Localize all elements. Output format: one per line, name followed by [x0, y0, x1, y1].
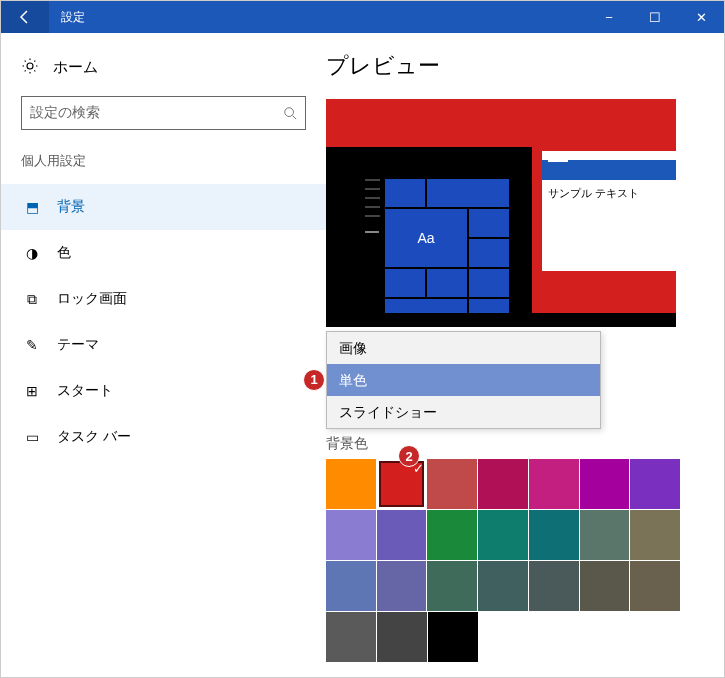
color-swatch[interactable] — [580, 459, 630, 509]
sidebar-item-label: 背景 — [57, 198, 85, 216]
sidebar-item-label: タスク バー — [57, 428, 131, 446]
color-swatch[interactable] — [580, 510, 630, 560]
gear-icon — [21, 57, 39, 78]
sidebar-item-5[interactable]: ▭タスク バー — [1, 414, 326, 460]
category-label: 個人用設定 — [21, 152, 306, 170]
background-color-label: 背景色 — [326, 435, 699, 453]
arrow-left-icon — [17, 9, 33, 25]
preview-heading: プレビュー — [326, 51, 699, 81]
desktop-preview: Aa サンプル テキスト — [326, 99, 676, 327]
minimize-button[interactable]: − — [586, 1, 632, 33]
svg-point-0 — [285, 108, 294, 117]
search-input[interactable]: 設定の検索 — [21, 96, 306, 130]
sidebar-item-label: スタート — [57, 382, 113, 400]
color-swatch[interactable] — [580, 561, 630, 611]
color-swatch[interactable] — [529, 561, 579, 611]
color-swatch[interactable] — [529, 510, 579, 560]
sidebar-item-2[interactable]: ⧉ロック画面 — [1, 276, 326, 322]
search-icon — [283, 106, 297, 120]
color-swatch[interactable] — [478, 561, 528, 611]
annotation-marker-1: 1 — [303, 369, 325, 391]
color-swatch[interactable] — [326, 510, 376, 560]
sidebar-item-1[interactable]: ◑色 — [1, 230, 326, 276]
dropdown-option-solid[interactable]: 1 単色 — [327, 364, 600, 396]
dropdown-option-slideshow[interactable]: スライドショー — [327, 396, 600, 428]
sidebar-item-label: 色 — [57, 244, 71, 262]
color-swatch[interactable] — [377, 612, 427, 662]
titlebar: 設定 − ☐ ✕ — [1, 1, 724, 33]
dropdown-option-image[interactable]: 画像 — [327, 332, 600, 364]
color-swatch[interactable] — [326, 612, 376, 662]
color-swatch[interactable] — [326, 459, 376, 509]
color-swatch[interactable] — [377, 561, 427, 611]
color-swatch[interactable] — [427, 459, 477, 509]
window-title: 設定 — [49, 9, 85, 26]
home-link[interactable]: ホーム — [21, 47, 306, 96]
home-label: ホーム — [53, 58, 98, 77]
search-placeholder: 設定の検索 — [30, 104, 283, 122]
color-swatch-grid: 2 ✓ — [326, 459, 681, 663]
color-swatch[interactable] — [529, 459, 579, 509]
color-swatch[interactable] — [428, 612, 478, 662]
window-controls: − ☐ ✕ — [586, 1, 724, 33]
sample-window-text: サンプル テキスト — [542, 180, 676, 207]
sidebar-icon: ⧉ — [21, 291, 43, 308]
preview-start-menu: Aa — [360, 173, 515, 313]
preview-sample-window: サンプル テキスト — [542, 151, 676, 271]
color-swatch[interactable] — [630, 510, 680, 560]
sidebar-item-label: ロック画面 — [57, 290, 127, 308]
close-button[interactable]: ✕ — [678, 1, 724, 33]
sidebar-item-4[interactable]: ⊞スタート — [1, 368, 326, 414]
background-type-dropdown[interactable]: 画像 1 単色 スライドショー — [326, 331, 601, 429]
sidebar-icon: ◑ — [21, 245, 43, 261]
sidebar-icon: ✎ — [21, 337, 43, 353]
color-swatch[interactable] — [630, 561, 680, 611]
annotation-marker-2: 2 — [398, 445, 420, 467]
preview-taskbar — [326, 313, 676, 327]
color-swatch[interactable] — [377, 510, 427, 560]
sidebar-icon: ⬒ — [21, 199, 43, 215]
sidebar-icon: ▭ — [21, 429, 43, 445]
content-area: プレビュー Aa サンプル テキスト 画像 — [326, 33, 724, 677]
color-swatch[interactable] — [478, 459, 528, 509]
color-swatch[interactable] — [427, 510, 477, 560]
color-swatch[interactable] — [630, 459, 680, 509]
color-swatch[interactable] — [427, 561, 477, 611]
sidebar-item-label: テーマ — [57, 336, 99, 354]
color-swatch[interactable] — [326, 561, 376, 611]
sidebar: ホーム 設定の検索 個人用設定 ⬒背景◑色⧉ロック画面✎テーマ⊞スタート▭タスク… — [1, 33, 326, 677]
sidebar-item-0[interactable]: ⬒背景 — [1, 184, 326, 230]
color-swatch[interactable] — [478, 510, 528, 560]
sidebar-item-3[interactable]: ✎テーマ — [1, 322, 326, 368]
maximize-button[interactable]: ☐ — [632, 1, 678, 33]
color-swatch[interactable]: ✓ — [377, 459, 427, 509]
back-button[interactable] — [1, 1, 49, 33]
sidebar-icon: ⊞ — [21, 383, 43, 399]
